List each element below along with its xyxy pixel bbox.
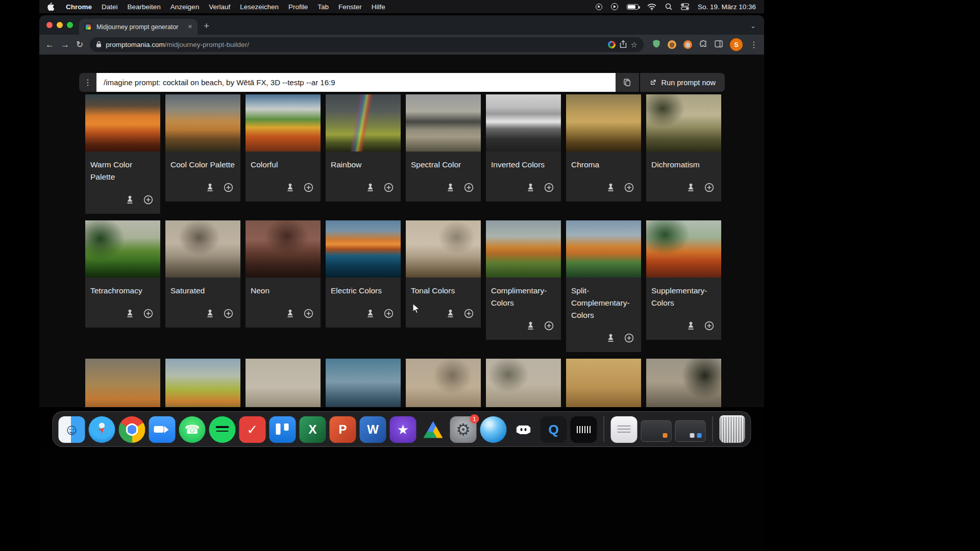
preview-bust-icon[interactable] — [444, 181, 456, 193]
style-option-thumbnail[interactable] — [646, 359, 721, 407]
menu-item-datei[interactable]: Datei — [102, 3, 118, 11]
imovie-icon[interactable]: ★ — [390, 416, 416, 443]
style-option-card[interactable] — [406, 359, 481, 407]
add-to-prompt-icon[interactable] — [623, 332, 635, 344]
minimized-window-1[interactable] — [641, 420, 672, 442]
reload-button[interactable]: ↻ — [76, 40, 83, 49]
quicktime-icon[interactable]: Q — [541, 416, 567, 443]
finder-icon[interactable]: ☺ — [59, 416, 85, 443]
side-panel-icon[interactable] — [715, 40, 723, 49]
style-option-thumbnail[interactable] — [165, 94, 240, 152]
style-option-thumbnail[interactable] — [406, 359, 481, 407]
preview-bust-icon[interactable] — [284, 307, 296, 319]
preview-bust-icon[interactable] — [684, 181, 697, 193]
control-center-icon[interactable] — [681, 3, 689, 10]
whatsapp-icon[interactable]: ☎ — [179, 416, 206, 443]
add-to-prompt-icon[interactable] — [703, 319, 715, 332]
discord-icon[interactable] — [510, 416, 537, 443]
preview-bust-icon[interactable] — [204, 307, 216, 319]
style-option-card[interactable] — [246, 359, 321, 407]
style-option-thumbnail[interactable] — [326, 220, 401, 278]
battery-icon[interactable] — [627, 4, 639, 10]
style-option-thumbnail[interactable] — [246, 94, 321, 152]
preview-bust-icon[interactable] — [284, 181, 296, 193]
run-prompt-button[interactable]: Run prompt now — [639, 73, 725, 92]
style-option-thumbnail[interactable] — [246, 359, 321, 407]
style-option-card[interactable]: Neon — [246, 220, 321, 328]
style-option-card[interactable]: Spectral Color — [406, 94, 481, 202]
todoist-icon[interactable]: ✓ — [239, 416, 266, 443]
prompt-input[interactable] — [96, 73, 616, 92]
safari-icon[interactable]: ➤ — [89, 416, 115, 443]
menu-item-lesezeichen[interactable]: Lesezeichen — [240, 3, 279, 11]
screen-mirroring-icon[interactable] — [611, 3, 618, 10]
preview-bust-icon[interactable] — [204, 181, 216, 193]
style-option-thumbnail[interactable] — [646, 220, 721, 278]
menu-item-tab[interactable]: Tab — [317, 3, 329, 11]
prompt-options-kebab-icon[interactable]: ⋮ — [79, 73, 96, 92]
style-option-card[interactable]: Supplementary-Colors — [646, 220, 721, 340]
spotlight-search-icon[interactable] — [665, 3, 672, 10]
style-option-card[interactable]: Split-Complementary-Colors — [566, 220, 641, 352]
extension-orange-icon[interactable] — [683, 40, 692, 49]
apple-menu-icon[interactable] — [47, 3, 54, 11]
address-bar[interactable]: promptomania.com/midjourney-prompt-build… — [90, 37, 644, 52]
style-option-thumbnail[interactable] — [486, 359, 561, 407]
add-to-prompt-icon[interactable] — [623, 181, 635, 193]
style-option-card[interactable]: Tetrachromacy — [85, 220, 160, 328]
style-option-thumbnail[interactable] — [165, 359, 240, 407]
menubar-clock[interactable]: So. 19. März 10:36 — [698, 3, 756, 11]
add-to-prompt-icon[interactable] — [382, 307, 395, 319]
menu-item-hilfe[interactable]: Hilfe — [372, 3, 385, 11]
powerpoint-icon[interactable]: P — [330, 416, 356, 443]
preview-bust-icon[interactable] — [604, 181, 617, 193]
add-to-prompt-icon[interactable] — [142, 193, 154, 206]
style-option-card[interactable]: Electric Colors — [326, 220, 401, 328]
style-option-thumbnail[interactable] — [486, 94, 561, 152]
style-option-thumbnail[interactable] — [486, 220, 561, 278]
preview-bust-icon[interactable] — [684, 319, 697, 332]
add-to-prompt-icon[interactable] — [462, 307, 475, 319]
menu-item-anzeigen[interactable]: Anzeigen — [170, 3, 199, 11]
preview-bust-icon[interactable] — [524, 319, 536, 332]
style-option-card[interactable] — [486, 359, 561, 407]
style-option-card[interactable]: Rainbow — [326, 94, 401, 202]
tab-close-icon[interactable]: ✕ — [188, 23, 192, 30]
new-tab-button[interactable]: + — [204, 20, 209, 32]
style-option-card[interactable] — [326, 359, 401, 407]
style-option-card[interactable] — [646, 359, 721, 407]
forward-button[interactable]: → — [61, 40, 69, 49]
voice-memos-icon[interactable] — [571, 416, 597, 443]
share-icon[interactable] — [620, 40, 627, 49]
fullscreen-window-button[interactable] — [67, 22, 73, 28]
spotify-icon[interactable] — [209, 416, 236, 443]
browser-tab[interactable]: Midjourney prompt generator ✕ — [79, 19, 198, 35]
style-option-card[interactable] — [566, 359, 641, 407]
style-option-thumbnail[interactable] — [85, 220, 160, 278]
add-to-prompt-icon[interactable] — [703, 181, 715, 193]
wifi-icon[interactable] — [647, 4, 656, 10]
close-window-button[interactable] — [46, 22, 53, 28]
profile-avatar[interactable]: S — [730, 38, 743, 51]
style-option-thumbnail[interactable] — [406, 94, 481, 152]
preview-bust-icon[interactable] — [364, 307, 376, 319]
menu-item-app-name[interactable]: Chrome — [66, 3, 92, 11]
preview-bust-icon[interactable] — [524, 181, 536, 193]
style-option-card[interactable]: Complimentary-Colors — [486, 220, 561, 340]
google-icon[interactable] — [608, 41, 616, 48]
preview-bust-icon[interactable] — [124, 193, 136, 206]
style-option-thumbnail[interactable] — [566, 94, 641, 152]
menu-item-fenster[interactable]: Fenster — [338, 3, 362, 11]
word-icon[interactable]: W — [360, 416, 386, 443]
style-option-card[interactable]: Warm Color Palette — [85, 94, 160, 214]
zoom-icon[interactable] — [149, 416, 176, 443]
style-option-card[interactable] — [85, 359, 160, 407]
style-option-thumbnail[interactable] — [566, 220, 641, 278]
style-option-thumbnail[interactable] — [326, 94, 401, 152]
trash-icon[interactable] — [720, 415, 745, 443]
bookmark-star-icon[interactable]: ☆ — [631, 40, 638, 49]
style-option-thumbnail[interactable] — [406, 220, 481, 278]
preview-bust-icon[interactable] — [124, 307, 136, 319]
lock-icon[interactable] — [96, 41, 102, 49]
trello-icon[interactable] — [270, 416, 296, 443]
